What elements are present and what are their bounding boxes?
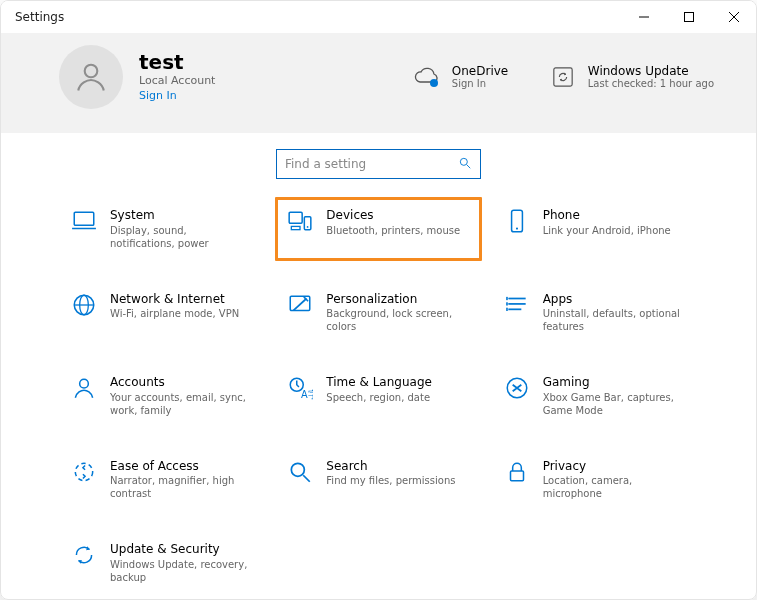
update-title: Windows Update <box>588 64 714 78</box>
lock-icon <box>503 459 531 487</box>
update-icon <box>548 66 578 88</box>
category-desc: Wi-Fi, airplane mode, VPN <box>110 307 254 320</box>
header-panel: test Local Account Sign In OneDrive Sign… <box>1 33 756 133</box>
category-title: Update & Security <box>110 542 254 558</box>
titlebar: Settings <box>1 1 756 33</box>
category-title: Personalization <box>326 292 470 308</box>
category-desc: Your accounts, email, sync, work, family <box>110 391 254 417</box>
person-icon <box>70 375 98 403</box>
time-language-icon <box>286 375 314 403</box>
category-desc: Location, camera, microphone <box>543 474 687 500</box>
search-icon[interactable] <box>458 155 472 174</box>
category-system[interactable]: SystemDisplay, sound, notifications, pow… <box>59 197 265 261</box>
category-title: Devices <box>326 208 470 224</box>
category-desc: Speech, region, date <box>326 391 470 404</box>
category-desc: Background, lock screen, colors <box>326 307 470 333</box>
categories-grid: SystemDisplay, sound, notifications, pow… <box>1 197 756 600</box>
signin-link[interactable]: Sign In <box>139 89 215 102</box>
onedrive-title: OneDrive <box>452 64 508 78</box>
category-phone[interactable]: PhoneLink your Android, iPhone <box>492 197 698 261</box>
category-gaming[interactable]: GamingXbox Game Bar, captures, Game Mode <box>492 364 698 428</box>
category-title: Apps <box>543 292 687 308</box>
sync-icon <box>70 542 98 570</box>
category-time[interactable]: Time & LanguageSpeech, region, date <box>275 364 481 428</box>
svg-rect-6 <box>554 68 572 86</box>
category-title: Gaming <box>543 375 687 391</box>
search-box[interactable] <box>276 149 481 179</box>
category-update[interactable]: Update & SecurityWindows Update, recover… <box>59 531 265 595</box>
close-button[interactable] <box>711 1 756 33</box>
svg-point-5 <box>430 79 438 87</box>
category-title: Network & Internet <box>110 292 254 308</box>
category-privacy[interactable]: PrivacyLocation, camera, microphone <box>492 448 698 512</box>
user-block: test Local Account Sign In <box>139 52 215 101</box>
user-name: test <box>139 52 215 73</box>
update-widget[interactable]: Windows Update Last checked: 1 hour ago <box>548 64 714 90</box>
person-icon <box>73 59 109 95</box>
category-desc: Display, sound, notifications, power <box>110 224 254 250</box>
category-personalize[interactable]: PersonalizationBackground, lock screen, … <box>275 281 481 345</box>
user-avatar[interactable] <box>59 45 123 109</box>
window-title: Settings <box>15 10 64 24</box>
category-title: System <box>110 208 254 224</box>
search-wrap <box>1 133 756 197</box>
svg-rect-1 <box>684 13 693 22</box>
ease-icon <box>70 459 98 487</box>
onedrive-widget[interactable]: OneDrive Sign In <box>412 64 532 90</box>
category-title: Privacy <box>543 459 687 475</box>
category-desc: Bluetooth, printers, mouse <box>326 224 470 237</box>
category-desc: Link your Android, iPhone <box>543 224 687 237</box>
devices-icon <box>286 208 314 236</box>
globe-icon <box>70 292 98 320</box>
apps-icon <box>503 292 531 320</box>
gaming-icon <box>503 375 531 403</box>
category-desc: Find my files, permissions <box>326 474 470 487</box>
category-network[interactable]: Network & InternetWi-Fi, airplane mode, … <box>59 281 265 345</box>
minimize-button[interactable] <box>621 1 666 33</box>
personalize-icon <box>286 292 314 320</box>
category-title: Accounts <box>110 375 254 391</box>
onedrive-sub: Sign In <box>452 78 508 90</box>
category-desc: Xbox Game Bar, captures, Game Mode <box>543 391 687 417</box>
account-type: Local Account <box>139 73 215 88</box>
category-title: Time & Language <box>326 375 470 391</box>
category-desc: Uninstall, defaults, optional features <box>543 307 687 333</box>
category-search[interactable]: SearchFind my files, permissions <box>275 448 481 512</box>
svg-point-7 <box>460 158 467 165</box>
category-devices[interactable]: DevicesBluetooth, printers, mouse <box>275 197 481 261</box>
window-controls <box>621 1 756 33</box>
svg-point-4 <box>85 65 98 78</box>
category-apps[interactable]: AppsUninstall, defaults, optional featur… <box>492 281 698 345</box>
category-desc: Windows Update, recovery, backup <box>110 558 254 584</box>
laptop-icon <box>70 208 98 236</box>
category-accounts[interactable]: AccountsYour accounts, email, sync, work… <box>59 364 265 428</box>
phone-icon <box>503 208 531 236</box>
svg-line-8 <box>467 164 471 168</box>
cloud-icon <box>412 67 442 87</box>
category-ease[interactable]: Ease of AccessNarrator, magnifier, high … <box>59 448 265 512</box>
maximize-button[interactable] <box>666 1 711 33</box>
category-title: Phone <box>543 208 687 224</box>
category-desc: Narrator, magnifier, high contrast <box>110 474 254 500</box>
search-icon <box>286 459 314 487</box>
category-title: Ease of Access <box>110 459 254 475</box>
update-sub: Last checked: 1 hour ago <box>588 78 714 90</box>
search-input[interactable] <box>285 157 458 171</box>
category-title: Search <box>326 459 470 475</box>
